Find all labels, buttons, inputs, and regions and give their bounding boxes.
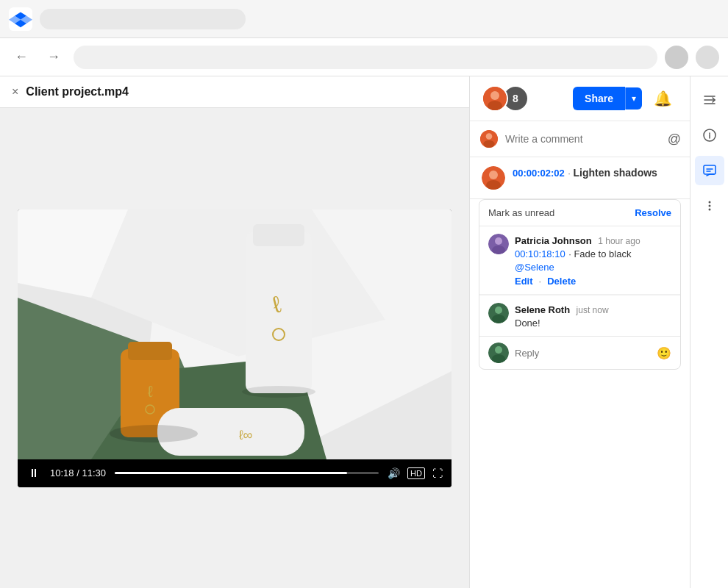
avatar-group: 8 — [482, 85, 529, 112]
delete-link[interactable]: Delete — [547, 276, 576, 287]
timestamp-comment-text: 00:00:02:02 · Lighten shadows — [513, 166, 678, 179]
thread-comment-text: Fade to black — [574, 248, 631, 259]
user-avatar — [665, 46, 688, 69]
comments-button[interactable] — [695, 156, 724, 185]
timestamp-separator: · — [568, 168, 573, 179]
control-icons: 🔊 HD ⛶ — [388, 467, 443, 479]
thread-timestamp: 00:10:18:10 — [515, 248, 565, 259]
svg-point-41 — [708, 209, 710, 211]
svg-point-23 — [486, 133, 493, 140]
share-button[interactable]: Share — [573, 87, 625, 110]
hd-badge[interactable]: HD — [407, 467, 425, 479]
more-options-button[interactable] — [695, 191, 724, 220]
reply-input[interactable] — [515, 348, 651, 359]
dropbox-logo — [9, 7, 32, 31]
nav-bar: ← → — [0, 38, 728, 76]
comments-icon — [702, 163, 717, 178]
svg-text:ℓ: ℓ — [147, 382, 153, 401]
thread-main-comment: Patricia Johnson 1 hour ago 00:10:18:10 … — [479, 226, 680, 295]
video-panel: × Client project.mp4 — [0, 76, 469, 588]
video-header: × Client project.mp4 — [0, 76, 469, 108]
close-button[interactable]: × — [12, 85, 18, 98]
video-title: Client project.mp4 — [26, 85, 129, 98]
comments-panel: 8 Share ▾ 🔔 @ — [469, 76, 690, 588]
reply-body: Selene Roth just now Done! — [515, 303, 609, 329]
mark-unread-label: Mark as unread — [488, 207, 554, 218]
mention-tag: @Selene — [515, 262, 671, 273]
svg-point-30 — [492, 245, 505, 254]
comment-time: 1 hour ago — [598, 236, 640, 246]
reply-time: just now — [577, 305, 609, 315]
browser-chrome — [0, 0, 728, 38]
reply-text: Done! — [515, 318, 609, 329]
video-frame: ℓ ℓ ℓ∞ — [18, 209, 452, 459]
svg-point-35 — [495, 346, 502, 354]
svg-point-18 — [242, 386, 315, 398]
fullscreen-icon[interactable]: ⛶ — [432, 467, 443, 479]
timestamp-commenter-avatar — [482, 166, 505, 190]
svg-rect-8 — [253, 224, 304, 246]
video-container: ℓ ℓ ℓ∞ — [0, 108, 469, 588]
svg-point-39 — [708, 201, 710, 204]
url-input[interactable] — [74, 46, 657, 69]
video-wrapper: ℓ ℓ ℓ∞ — [18, 209, 452, 487]
right-sidebar — [690, 76, 728, 588]
svg-rect-12 — [128, 342, 172, 360]
svg-point-17 — [110, 425, 198, 442]
time-display: 10:18 / 11:30 — [50, 467, 106, 478]
resolve-button[interactable]: Resolve — [635, 207, 671, 218]
timestamp-comment-content: Lighten shadows — [574, 167, 657, 179]
volume-icon[interactable]: 🔊 — [388, 467, 400, 479]
share-button-group[interactable]: Share ▾ — [573, 87, 642, 110]
thread-actions: Edit · Delete — [515, 276, 671, 287]
svg-point-33 — [492, 315, 505, 323]
main-content: × Client project.mp4 — [0, 76, 728, 588]
more-icon — [702, 198, 717, 213]
reply-comment: Selene Roth just now Done! — [479, 295, 680, 336]
svg-point-40 — [708, 205, 710, 207]
video-controls: ⏸ 10:18 / 11:30 🔊 HD ⛶ — [18, 459, 452, 487]
reply-emoji-button[interactable]: 🙂 — [657, 346, 671, 360]
action-separator: · — [539, 276, 542, 287]
collapse-icon — [702, 93, 717, 107]
thread-header: Mark as unread Resolve — [479, 200, 680, 226]
back-button[interactable]: ← — [9, 46, 34, 68]
progress-fill — [115, 472, 347, 474]
reply-commenter-name: Selene Roth — [515, 304, 570, 315]
collapse-sidebar-button[interactable] — [695, 85, 724, 115]
svg-point-32 — [495, 306, 502, 314]
comment-timestamp: 00:00:02:02 — [513, 168, 565, 179]
svg-text:ℓ∞: ℓ∞ — [239, 428, 253, 442]
info-icon — [702, 128, 717, 143]
play-pause-button[interactable]: ⏸ — [26, 465, 41, 481]
comment-input-area: @ — [470, 121, 690, 157]
video-content: ℓ ℓ ℓ∞ — [18, 209, 452, 459]
commenter-name: Patricia Johnson — [515, 235, 592, 246]
timestamp-comment: 00:00:02:02 · Lighten shadows — [470, 157, 690, 199]
comments-header: 8 Share ▾ 🔔 — [470, 76, 690, 121]
svg-point-36 — [492, 354, 505, 363]
info-button[interactable] — [695, 121, 724, 150]
thread-comment-header: Patricia Johnson 1 hour ago 00:10:18:10 … — [488, 234, 671, 287]
address-bar — [40, 9, 246, 29]
svg-point-24 — [483, 140, 494, 148]
thread-reply-input: 🙂 — [479, 336, 680, 369]
avatar-primary — [482, 85, 508, 112]
notification-bell-button[interactable]: 🔔 — [648, 87, 678, 110]
thread-comment-body: Patricia Johnson 1 hour ago 00:10:18:10 … — [515, 234, 671, 287]
nav-circle — [696, 46, 719, 69]
edit-link[interactable]: Edit — [515, 276, 533, 287]
emoji-button[interactable]: @ — [668, 132, 681, 147]
commenter-avatar-small — [479, 129, 499, 149]
svg-point-20 — [490, 91, 499, 100]
progress-bar[interactable] — [115, 472, 379, 474]
thread-commenter-avatar — [488, 234, 509, 254]
share-dropdown-button[interactable]: ▾ — [625, 87, 642, 110]
svg-point-29 — [495, 237, 502, 245]
svg-point-26 — [489, 171, 498, 179]
svg-rect-38 — [704, 165, 715, 174]
thread-box: Mark as unread Resolve Patricia Johnson — [479, 199, 681, 370]
forward-button[interactable]: → — [41, 46, 66, 68]
reply-input-avatar — [488, 343, 509, 363]
comment-input[interactable] — [505, 133, 662, 145]
